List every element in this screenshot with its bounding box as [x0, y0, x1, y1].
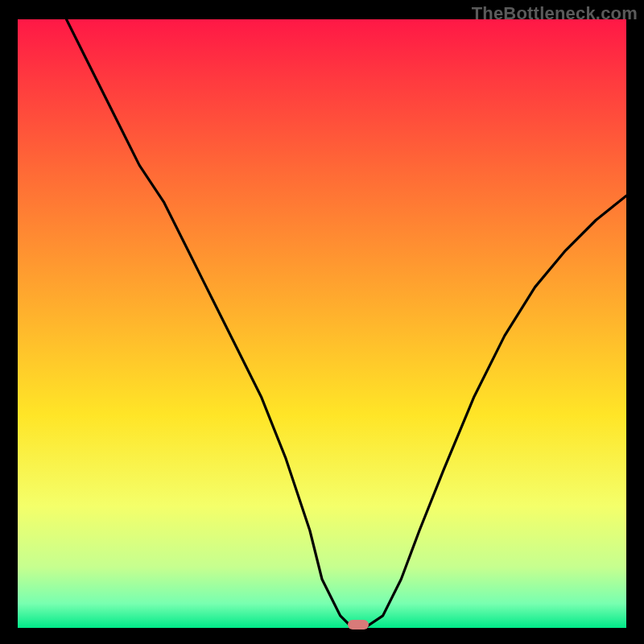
watermark-text: TheBottleneck.com	[472, 3, 638, 24]
optimal-marker	[348, 620, 369, 630]
stage: TheBottleneck.com	[0, 0, 644, 644]
plot-area	[18, 19, 626, 628]
bottleneck-curve	[18, 19, 626, 628]
